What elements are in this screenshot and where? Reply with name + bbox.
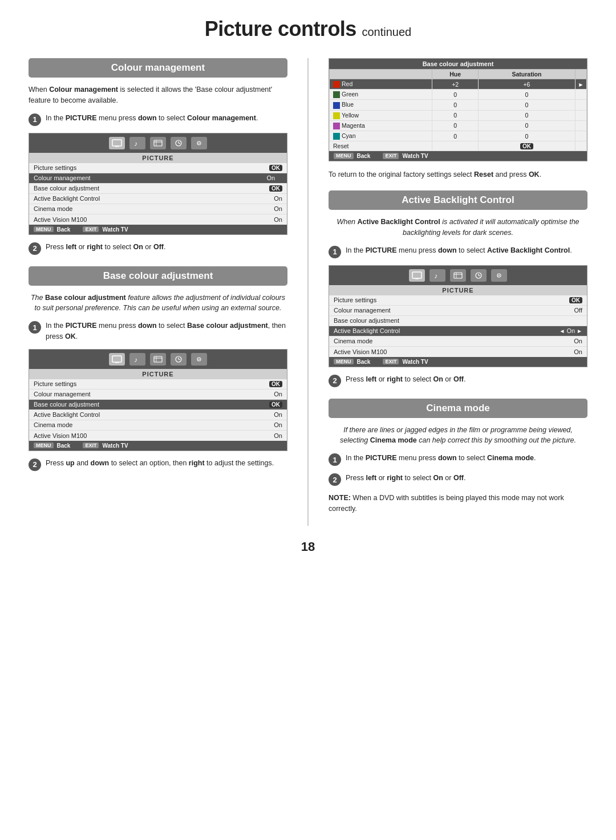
swatch-red bbox=[333, 81, 340, 88]
step-text-backlight-2: Press left or right to select On or Off. bbox=[346, 374, 466, 385]
icon-picture bbox=[109, 137, 125, 149]
colour-management-step2: 2 Press left or right to select On or Of… bbox=[29, 242, 287, 255]
menu-rows-3: Picture settings OK Colour management Of… bbox=[329, 295, 587, 357]
menu-row-activevision-3: Active Vision M100 On bbox=[329, 347, 587, 357]
menu-icons-bar-3: ♪ bbox=[329, 266, 587, 285]
menu-row-base-colour: Base colour adjustment OK bbox=[29, 184, 287, 194]
step-text-2a: Press left or right to select On or Off. bbox=[46, 242, 166, 253]
svg-point-10 bbox=[198, 143, 200, 144]
step-text-cinema-1: In the PICTURE menu press down to select… bbox=[346, 453, 536, 464]
swatch-cyan bbox=[333, 133, 340, 140]
swatch-blue bbox=[333, 102, 340, 109]
step-number-2b: 2 bbox=[29, 458, 41, 471]
menu-row-colour-mgmt-3: Colour management Off bbox=[329, 306, 587, 316]
menu-title-picture: PICTURE bbox=[29, 153, 287, 163]
colour-management-section: Colour management When Colour management… bbox=[29, 58, 287, 255]
icon-epg-2 bbox=[150, 353, 166, 366]
menu-row-picture-settings-2: Picture settings OK bbox=[29, 379, 287, 389]
colour-management-step1: 1 In the PICTURE menu press down to sele… bbox=[29, 113, 287, 126]
menu-footer-1: MENU Back EXIT Watch TV bbox=[29, 225, 287, 234]
svg-point-32 bbox=[499, 275, 500, 276]
icon-music-2: ♪ bbox=[129, 353, 145, 366]
base-colour-step2: 2 Press up and down to select an option,… bbox=[29, 458, 287, 471]
svg-line-19 bbox=[179, 359, 180, 360]
svg-rect-3 bbox=[154, 140, 162, 146]
step-number-2a: 2 bbox=[29, 242, 41, 255]
menu-icons-bar-2: ♪ bbox=[29, 350, 287, 369]
menu-row-backlight: Active Backlight Control On bbox=[29, 194, 287, 204]
step-text-1b: In the PICTURE menu press down to select… bbox=[46, 320, 287, 342]
col-header-hue: Hue bbox=[432, 70, 479, 79]
active-backlight-step1: 1 In the PICTURE menu press down to sele… bbox=[329, 245, 587, 258]
base-colour-header: Base colour adjustment bbox=[29, 266, 287, 286]
cinema-mode-header: Cinema mode bbox=[329, 399, 587, 418]
menu-icons-bar: ♪ bbox=[29, 133, 287, 153]
step-text-2b: Press up and down to select an option, t… bbox=[46, 458, 274, 469]
swatch-yellow bbox=[333, 112, 340, 119]
step-num-backlight-2: 2 bbox=[329, 375, 341, 387]
base-colour-table-footer: MENU Back EXIT Watch TV bbox=[329, 151, 587, 161]
menu-row-backlight-3: Active Backlight Control ◄ On ► bbox=[329, 326, 587, 336]
svg-text:♪: ♪ bbox=[434, 272, 437, 280]
menu-row-base-colour-2: Base colour adjustment OK bbox=[29, 400, 287, 410]
table-row-red: Red +2 +6 ► bbox=[330, 79, 587, 90]
base-colour-desc: The Base colour adjustment feature allow… bbox=[29, 293, 287, 314]
icon-music-3: ♪ bbox=[429, 269, 445, 282]
table-row-cyan: Cyan 0 0 bbox=[330, 131, 587, 141]
icon-settings bbox=[191, 137, 207, 149]
colour-management-header: Colour management bbox=[29, 58, 287, 78]
menu-row-backlight-2: Active Backlight Control On bbox=[29, 410, 287, 420]
step-num-backlight-1: 1 bbox=[329, 246, 341, 258]
active-backlight-section: Active Backlight Control When Active Bac… bbox=[329, 190, 587, 387]
step-num-cinema-1: 1 bbox=[329, 453, 341, 466]
svg-rect-1 bbox=[115, 146, 119, 147]
svg-rect-25 bbox=[454, 273, 462, 278]
base-colour-note: To return to the original factory settin… bbox=[329, 169, 587, 180]
col-header-arrow bbox=[576, 70, 587, 79]
icon-music: ♪ bbox=[129, 137, 145, 149]
table-row-reset: Reset OK bbox=[330, 141, 587, 151]
base-colour-menu-box: ♪ PICTURE Picture settings bbox=[29, 349, 287, 451]
colour-management-desc: When Colour management is selected it al… bbox=[29, 84, 287, 106]
cinema-mode-desc: If there are lines or jagged edges in th… bbox=[329, 425, 587, 447]
menu-row-cinema-2: Cinema mode On bbox=[29, 420, 287, 431]
menu-rows: Picture settings OK Colour management ◄ … bbox=[29, 163, 287, 225]
base-colour-table-title: Base colour adjustment bbox=[329, 59, 587, 69]
page-number: 18 bbox=[29, 539, 587, 554]
svg-text:♪: ♪ bbox=[134, 356, 137, 364]
base-colour-step1: 1 In the PICTURE menu press down to sele… bbox=[29, 320, 287, 342]
col-header-color bbox=[330, 70, 432, 79]
active-backlight-desc: When Active Backlight Control is activat… bbox=[329, 217, 587, 238]
icon-picture-2 bbox=[109, 353, 125, 366]
left-column: Colour management When Colour management… bbox=[29, 58, 287, 526]
menu-title-picture-2: PICTURE bbox=[29, 369, 287, 379]
cinema-mode-step1: 1 In the PICTURE menu press down to sele… bbox=[329, 453, 587, 466]
icon-clock-3 bbox=[471, 269, 487, 282]
icon-settings-2 bbox=[191, 353, 207, 366]
swatch-magenta bbox=[333, 123, 340, 129]
menu-row-activevision: Active Vision M100 On bbox=[29, 214, 287, 225]
menu-row-cinema: Cinema mode On bbox=[29, 204, 287, 214]
table-row-green: Green 0 0 bbox=[330, 90, 587, 100]
base-colour-table: Base colour adjustment Hue Saturation Re… bbox=[329, 58, 587, 161]
menu-row-colour-mgmt: Colour management ◄ On ► bbox=[29, 173, 287, 184]
col-header-saturation: Saturation bbox=[478, 70, 575, 79]
step-text-1: In the PICTURE menu press down to select… bbox=[46, 113, 258, 124]
svg-line-8 bbox=[179, 143, 180, 144]
svg-rect-23 bbox=[415, 278, 419, 279]
step-num-cinema-2: 2 bbox=[329, 473, 341, 486]
menu-row-picture-settings: Picture settings OK bbox=[29, 163, 287, 173]
icon-settings-3 bbox=[491, 269, 507, 282]
svg-text:♪: ♪ bbox=[134, 140, 137, 148]
menu-footer-3: MENU Back EXIT Watch TV bbox=[329, 357, 587, 367]
step-text-cinema-2: Press left or right to select On or Off. bbox=[346, 473, 466, 484]
menu-row-activevision-2: Active Vision M100 On bbox=[29, 431, 287, 441]
menu-footer-2: MENU Back EXIT Watch TV bbox=[29, 441, 287, 451]
active-backlight-step2: 2 Press left or right to select On or Of… bbox=[329, 374, 587, 387]
base-colour-section: Base colour adjustment The Base colour a… bbox=[29, 266, 287, 471]
svg-point-21 bbox=[198, 359, 200, 360]
active-backlight-menu-box: ♪ PICTURE Picture settings bbox=[329, 265, 587, 367]
menu-title-picture-3: PICTURE bbox=[329, 285, 587, 295]
step-number-1: 1 bbox=[29, 113, 41, 126]
cinema-mode-section: Cinema mode If there are lines or jagged… bbox=[329, 399, 587, 514]
